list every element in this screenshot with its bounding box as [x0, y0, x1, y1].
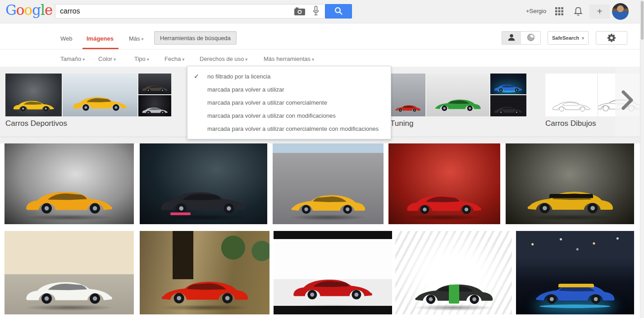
google-logo[interactable]: Google	[5, 2, 52, 18]
search-mode-tabbar: Web Imágenes Más▾ Herramientas de búsque…	[0, 23, 640, 50]
category-thumb[interactable]	[138, 74, 171, 94]
checkmark-icon: ✓	[194, 70, 203, 83]
image-result[interactable]	[140, 231, 269, 314]
usage-rights-dropdown: ✓no filtrado por la licencia marcada par…	[187, 66, 391, 139]
globe-icon	[526, 32, 536, 42]
categories-next-button[interactable]	[615, 67, 640, 137]
filter-more-tools[interactable]: Más herramientas▾	[264, 55, 314, 62]
image-result[interactable]	[516, 231, 634, 314]
image-result[interactable]	[273, 143, 384, 224]
chevron-down-icon: ▾	[147, 57, 149, 62]
chevron-down-icon: ▾	[182, 57, 184, 62]
top-bar: Google +Sergio +	[0, 0, 640, 23]
safesearch-button[interactable]: SafeSearch ▾	[548, 31, 589, 45]
category-thumb[interactable]	[390, 74, 425, 116]
vertical-scrollbar[interactable]	[640, 0, 644, 318]
apps-grid-icon[interactable]	[554, 7, 564, 17]
gear-icon	[607, 33, 616, 42]
filter-usage-rights[interactable]: Derechos de uso▾	[200, 55, 247, 62]
image-result[interactable]	[506, 143, 634, 224]
category-thumb[interactable]	[5, 74, 62, 116]
tab-more[interactable]: Más▾	[129, 35, 144, 42]
category-thumb[interactable]	[63, 74, 137, 116]
magnifier-icon	[333, 6, 343, 16]
category-label-tuning[interactable]: Tuning	[390, 119, 413, 128]
profile-plus-link[interactable]: +Sergio	[526, 8, 546, 14]
menu-item-reuse-modifications[interactable]: marcada para volver a utilizar con modif…	[187, 109, 391, 122]
voice-search-mic-icon[interactable]	[311, 5, 321, 18]
category-thumb[interactable]	[490, 95, 526, 116]
filter-color[interactable]: Color▾	[98, 55, 116, 62]
image-result[interactable]	[140, 143, 267, 224]
category-label-deportivos[interactable]: Carros Deportivos	[5, 119, 67, 128]
chevron-down-icon: ▾	[312, 57, 314, 62]
person-icon	[507, 32, 516, 42]
image-result[interactable]	[274, 231, 392, 314]
personal-results-button[interactable]	[502, 31, 521, 45]
menu-item-reuse-commercial-modifications[interactable]: marcada para volver a utilizar comercial…	[187, 122, 391, 135]
chevron-down-icon: ▾	[582, 36, 584, 41]
active-tab-underline	[82, 48, 119, 49]
chevron-down-icon: ▾	[82, 57, 85, 62]
notifications-bell-icon[interactable]	[573, 6, 584, 18]
filter-size[interactable]: Tamaño▾	[60, 55, 85, 62]
search-button[interactable]	[325, 4, 352, 18]
google-images-page: Google +Sergio + Web Imágenes Más▾ Herra	[0, 0, 644, 318]
global-results-button[interactable]	[521, 31, 541, 45]
category-thumb[interactable]	[490, 74, 526, 94]
search-box	[55, 4, 325, 18]
chevron-down-icon: ▾	[142, 37, 144, 41]
category-thumb[interactable]	[426, 74, 489, 116]
tab-web[interactable]: Web	[60, 35, 73, 42]
category-thumb[interactable]	[545, 74, 597, 116]
chevron-down-icon: ▾	[114, 57, 116, 62]
chevron-right-icon	[621, 90, 633, 110]
category-label-dibujos[interactable]: Carros Dibujos	[545, 119, 596, 128]
image-result[interactable]	[388, 143, 500, 224]
search-by-image-camera-icon[interactable]	[293, 7, 306, 17]
avatar[interactable]	[612, 3, 629, 20]
scrollbar-thumb[interactable]	[641, 1, 644, 40]
category-thumb[interactable]	[138, 95, 171, 116]
tab-images[interactable]: Imágenes	[87, 35, 114, 42]
filter-type[interactable]: Tipo▾	[134, 55, 149, 62]
chevron-down-icon: ▾	[245, 57, 247, 62]
share-plus-button[interactable]: +	[589, 5, 610, 18]
image-result[interactable]	[5, 143, 134, 224]
menu-item-no-filter[interactable]: ✓no filtrado por la licencia	[187, 70, 391, 83]
image-result[interactable]	[5, 231, 134, 314]
filter-date[interactable]: Fecha▾	[164, 55, 184, 62]
settings-gear-button[interactable]	[596, 31, 627, 45]
image-result[interactable]	[395, 231, 512, 314]
menu-item-reuse[interactable]: marcada para volver a utilizar	[187, 83, 391, 96]
image-filter-bar: Tamaño▾ Color▾ Tipo▾ Fecha▾ Derechos de …	[0, 50, 640, 67]
search-tools-button[interactable]: Herramientas de búsqueda	[154, 31, 237, 45]
search-input[interactable]	[55, 5, 294, 18]
menu-item-reuse-commercial[interactable]: marcada para volver a utilizar comercial…	[187, 96, 391, 109]
